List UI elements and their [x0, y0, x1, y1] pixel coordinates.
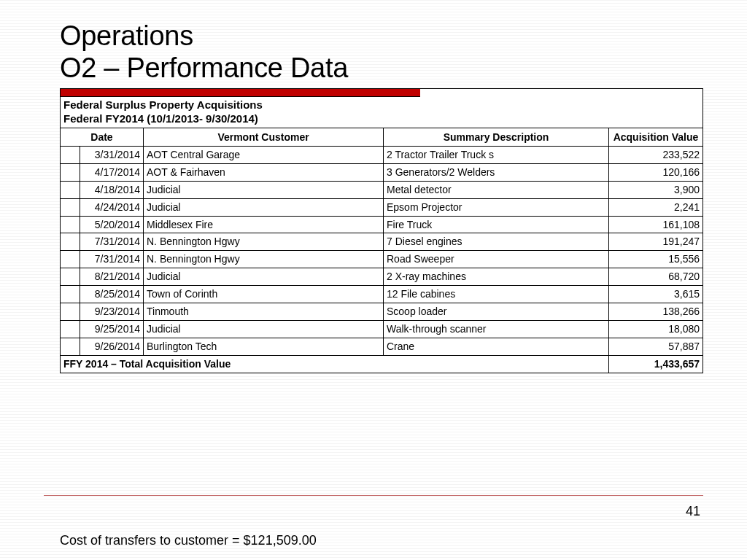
- row-customer: Judicial: [144, 181, 384, 198]
- row-description: 2 Tractor Trailer Truck s: [384, 146, 609, 163]
- row-pad: [61, 146, 80, 163]
- table-row: 9/25/2014JudicialWalk-through scanner18,…: [61, 320, 703, 338]
- row-description: Fire Truck: [384, 216, 609, 233]
- table-row: 4/18/2014JudicialMetal detector3,900: [61, 181, 703, 198]
- row-customer: N. Bennington Hgwy: [144, 233, 384, 251]
- row-description: Walk-through scanner: [384, 320, 609, 338]
- row-description: 3 Generators/2 Welders: [384, 163, 609, 181]
- table-title: Federal Surplus Property Acquisitions: [61, 97, 703, 112]
- row-customer: Burlington Tech: [144, 338, 384, 355]
- table-row: 7/31/2014N. Bennington Hgwy7 Diesel engi…: [61, 233, 703, 251]
- row-customer: AOT Central Garage: [144, 146, 384, 163]
- table-row: 5/20/2014Middlesex FireFire Truck161,108: [61, 216, 703, 233]
- row-date: 4/18/2014: [80, 181, 144, 198]
- row-date: 5/20/2014: [80, 216, 144, 233]
- row-value: 233,522: [609, 146, 703, 163]
- row-value: 15,556: [609, 251, 703, 268]
- row-pad: [61, 233, 80, 251]
- acquisitions-table: Date Vermont Customer Summary Descriptio…: [61, 128, 703, 373]
- title-line-1: Operations: [60, 20, 193, 51]
- row-date: 7/31/2014: [80, 251, 144, 268]
- footer-divider: [44, 495, 703, 496]
- row-value: 3,615: [609, 286, 703, 303]
- table-row: 9/23/2014TinmouthScoop loader138,266: [61, 303, 703, 320]
- row-value: 3,900: [609, 181, 703, 198]
- slide-title: Operations O2 – Performance Data: [60, 20, 703, 84]
- row-description: Crane: [384, 338, 609, 355]
- row-date: 7/31/2014: [80, 233, 144, 251]
- row-value: 191,247: [609, 233, 703, 251]
- row-customer: Judicial: [144, 320, 384, 338]
- row-pad: [61, 163, 80, 181]
- total-value: 1,433,657: [609, 355, 703, 372]
- row-date: 4/17/2014: [80, 163, 144, 181]
- col-header-customer: Vermont Customer: [144, 128, 384, 146]
- page-number: 41: [686, 504, 700, 519]
- row-customer: Town of Corinth: [144, 286, 384, 303]
- row-date: 9/25/2014: [80, 320, 144, 338]
- row-description: 7 Diesel engines: [384, 233, 609, 251]
- col-header-description: Summary Description: [384, 128, 609, 146]
- row-pad: [61, 198, 80, 216]
- table-row: 7/31/2014N. Bennington HgwyRoad Sweeper1…: [61, 251, 703, 268]
- row-customer: Tinmouth: [144, 303, 384, 320]
- total-row: FFY 2014 – Total Acquisition Value 1,433…: [61, 355, 703, 372]
- row-pad: [61, 320, 80, 338]
- table-row: 9/26/2014Burlington TechCrane57,887: [61, 338, 703, 355]
- row-customer: Judicial: [144, 268, 384, 286]
- accent-bar: [61, 89, 420, 97]
- row-description: Road Sweeper: [384, 251, 609, 268]
- row-pad: [61, 303, 80, 320]
- col-header-value: Acquisition Value: [609, 128, 703, 146]
- row-value: 68,720: [609, 268, 703, 286]
- row-value: 138,266: [609, 303, 703, 320]
- col-header-date: Date: [61, 128, 144, 146]
- acquisitions-table-wrap: Federal Surplus Property Acquisitions Fe…: [60, 88, 703, 373]
- table-row: 3/31/2014AOT Central Garage2 Tractor Tra…: [61, 146, 703, 163]
- row-value: 18,080: [609, 320, 703, 338]
- row-date: 9/23/2014: [80, 303, 144, 320]
- row-value: 120,166: [609, 163, 703, 181]
- row-date: 4/24/2014: [80, 198, 144, 216]
- row-date: 8/21/2014: [80, 268, 144, 286]
- row-description: Epsom Projector: [384, 198, 609, 216]
- row-description: 2 X-ray machines: [384, 268, 609, 286]
- row-pad: [61, 286, 80, 303]
- total-label: FFY 2014 – Total Acquisition Value: [61, 355, 609, 372]
- row-pad: [61, 181, 80, 198]
- row-pad: [61, 251, 80, 268]
- title-line-2: O2 – Performance Data: [60, 52, 348, 83]
- table-header-row: Date Vermont Customer Summary Descriptio…: [61, 128, 703, 146]
- row-value: 57,887: [609, 338, 703, 355]
- table-row: 8/21/2014Judicial2 X-ray machines68,720: [61, 268, 703, 286]
- row-pad: [61, 216, 80, 233]
- row-description: Metal detector: [384, 181, 609, 198]
- row-date: 3/31/2014: [80, 146, 144, 163]
- row-date: 8/25/2014: [80, 286, 144, 303]
- table-subtitle: Federal FY2014 (10/1/2013- 9/30/2014): [61, 112, 703, 128]
- row-value: 161,108: [609, 216, 703, 233]
- row-pad: [61, 268, 80, 286]
- table-row: 4/24/2014JudicialEpsom Projector2,241: [61, 198, 703, 216]
- row-customer: AOT & Fairhaven: [144, 163, 384, 181]
- table-row: 4/17/2014AOT & Fairhaven3 Generators/2 W…: [61, 163, 703, 181]
- row-value: 2,241: [609, 198, 703, 216]
- row-pad: [61, 338, 80, 355]
- table-row: 8/25/2014Town of Corinth12 File cabines3…: [61, 286, 703, 303]
- row-date: 9/26/2014: [80, 338, 144, 355]
- row-description: Scoop loader: [384, 303, 609, 320]
- row-description: 12 File cabines: [384, 286, 609, 303]
- row-customer: Middlesex Fire: [144, 216, 384, 233]
- footnote: Cost of transfers to customer = $121,509…: [60, 533, 317, 548]
- row-customer: N. Bennington Hgwy: [144, 251, 384, 268]
- row-customer: Judicial: [144, 198, 384, 216]
